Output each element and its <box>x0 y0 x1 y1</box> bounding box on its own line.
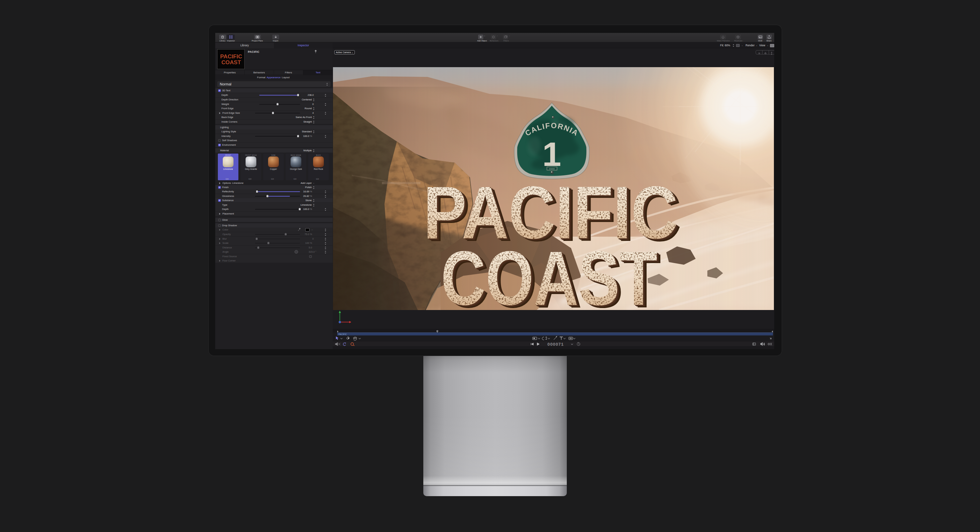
svg-text:#####: ##### <box>549 168 555 170</box>
svg-text:COAST: COAST <box>441 235 657 310</box>
svg-text:000071: 000071 <box>547 342 564 346</box>
